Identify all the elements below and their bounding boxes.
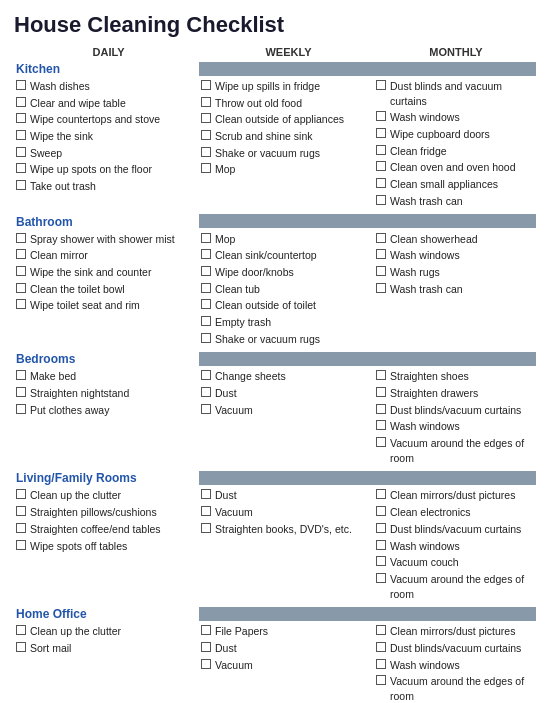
section-1-weekly-col: MopClean sink/countertopWipe door/knobsC… <box>199 230 374 349</box>
list-item: Wipe the sink <box>14 128 199 145</box>
checkbox[interactable] <box>376 675 386 685</box>
list-item: Clean small appliances <box>374 176 536 193</box>
checkbox[interactable] <box>201 370 211 380</box>
checkbox[interactable] <box>201 387 211 397</box>
item-text: Clean outside of toilet <box>215 298 316 313</box>
item-text: Vacuum couch <box>390 555 459 570</box>
checkbox[interactable] <box>16 299 26 309</box>
checkbox[interactable] <box>376 659 386 669</box>
checkbox[interactable] <box>201 489 211 499</box>
checkbox[interactable] <box>16 506 26 516</box>
checkbox[interactable] <box>16 266 26 276</box>
item-text: Sort mail <box>30 641 71 656</box>
list-item: Straighten coffee/end tables <box>14 521 199 538</box>
item-text: Take out trash <box>30 179 96 194</box>
checkbox[interactable] <box>376 233 386 243</box>
checkbox[interactable] <box>376 80 386 90</box>
list-item: Clean mirror <box>14 247 199 264</box>
checkbox[interactable] <box>16 370 26 380</box>
checkbox[interactable] <box>201 233 211 243</box>
section-4-monthly-col: Clean mirrors/dust picturesDust blinds/v… <box>374 622 536 703</box>
list-item: Clean up the clutter <box>14 487 199 504</box>
list-item: Clean showerhead <box>374 231 536 248</box>
item-text: Clean the toilet bowl <box>30 282 125 297</box>
checkbox[interactable] <box>201 404 211 414</box>
checkbox[interactable] <box>376 556 386 566</box>
checkbox[interactable] <box>16 404 26 414</box>
item-text: Wash trash can <box>390 194 463 209</box>
checkbox[interactable] <box>201 333 211 343</box>
checkbox[interactable] <box>201 316 211 326</box>
checkbox[interactable] <box>201 80 211 90</box>
checkbox[interactable] <box>201 299 211 309</box>
checkbox[interactable] <box>16 540 26 550</box>
list-item: Wash trash can <box>374 281 536 298</box>
checkbox[interactable] <box>201 266 211 276</box>
checkbox[interactable] <box>16 625 26 635</box>
checkbox[interactable] <box>201 130 211 140</box>
checkbox[interactable] <box>376 195 386 205</box>
checkbox[interactable] <box>376 111 386 121</box>
checkbox[interactable] <box>16 147 26 157</box>
checkbox[interactable] <box>201 163 211 173</box>
checkbox[interactable] <box>16 113 26 123</box>
list-item: Clean sink/countertop <box>199 247 374 264</box>
checkbox[interactable] <box>201 147 211 157</box>
checkbox[interactable] <box>201 283 211 293</box>
checkbox[interactable] <box>376 506 386 516</box>
checkbox[interactable] <box>16 163 26 173</box>
checkbox[interactable] <box>16 387 26 397</box>
checkbox[interactable] <box>201 113 211 123</box>
item-text: Wipe up spots on the floor <box>30 162 152 177</box>
list-item: Sort mail <box>14 640 199 657</box>
section-label-kitchen: Kitchen <box>14 60 199 77</box>
checkbox[interactable] <box>16 283 26 293</box>
checkbox[interactable] <box>376 523 386 533</box>
list-item: Dust blinds/vacuum curtains <box>374 521 536 538</box>
checkbox[interactable] <box>376 420 386 430</box>
item-text: Clean mirrors/dust pictures <box>390 488 515 503</box>
checkbox[interactable] <box>16 233 26 243</box>
checkbox[interactable] <box>376 283 386 293</box>
checkbox[interactable] <box>376 145 386 155</box>
checkbox[interactable] <box>376 128 386 138</box>
checkbox[interactable] <box>201 642 211 652</box>
checkbox[interactable] <box>16 80 26 90</box>
checkbox[interactable] <box>376 625 386 635</box>
checkbox[interactable] <box>201 659 211 669</box>
list-item: Wipe door/knobs <box>199 264 374 281</box>
list-item: Wipe cupboard doors <box>374 126 536 143</box>
list-item: Spray shower with shower mist <box>14 231 199 248</box>
checkbox[interactable] <box>376 266 386 276</box>
checkbox[interactable] <box>376 161 386 171</box>
checkbox[interactable] <box>16 97 26 107</box>
checkbox[interactable] <box>16 489 26 499</box>
checkbox[interactable] <box>376 437 386 447</box>
checkbox[interactable] <box>201 97 211 107</box>
checkbox[interactable] <box>376 387 386 397</box>
section-rows-3: Clean up the clutterStraighten pillows/c… <box>14 486 536 603</box>
checkbox[interactable] <box>201 249 211 259</box>
checkbox[interactable] <box>201 625 211 635</box>
checkbox[interactable] <box>376 249 386 259</box>
checkbox[interactable] <box>376 489 386 499</box>
checkbox[interactable] <box>16 642 26 652</box>
item-text: Wipe toilet seat and rim <box>30 298 140 313</box>
checkbox[interactable] <box>201 523 211 533</box>
checkbox[interactable] <box>376 404 386 414</box>
checkbox[interactable] <box>16 180 26 190</box>
checkbox[interactable] <box>376 370 386 380</box>
item-text: Empty trash <box>215 315 271 330</box>
list-item: Empty trash <box>199 314 374 331</box>
checkbox[interactable] <box>376 642 386 652</box>
section-3-weekly-col: DustVacuumStraighten books, DVD's, etc. <box>199 486 374 603</box>
checkbox[interactable] <box>376 178 386 188</box>
item-text: Wipe the sink <box>30 129 93 144</box>
checkbox[interactable] <box>376 573 386 583</box>
checkbox[interactable] <box>16 523 26 533</box>
checkbox[interactable] <box>201 506 211 516</box>
section-rows-4: Clean up the clutterSort mailFile Papers… <box>14 622 536 703</box>
checkbox[interactable] <box>16 130 26 140</box>
checkbox[interactable] <box>376 540 386 550</box>
checkbox[interactable] <box>16 249 26 259</box>
